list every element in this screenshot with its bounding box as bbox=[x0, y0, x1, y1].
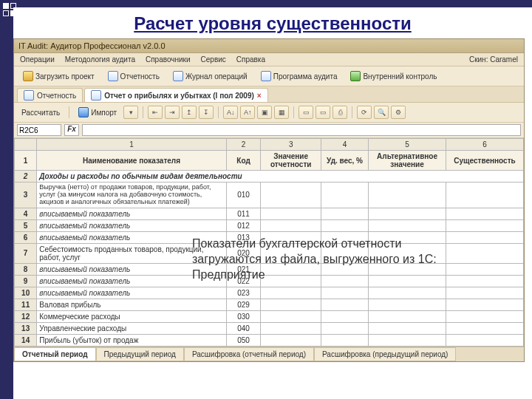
cell[interactable] bbox=[369, 322, 446, 334]
cell[interactable] bbox=[321, 299, 368, 310]
cell-name[interactable]: вписываемый показатель bbox=[37, 287, 226, 299]
cell[interactable] bbox=[446, 334, 524, 346]
view-btn-2[interactable]: ▭ bbox=[316, 106, 330, 119]
internal-control-button[interactable]: Внутренний контроль bbox=[346, 69, 441, 83]
header-code[interactable]: Код bbox=[226, 151, 261, 171]
row-header[interactable]: 1 bbox=[15, 151, 37, 171]
cell-name[interactable]: вписываемый показатель bbox=[37, 219, 226, 231]
menu-service[interactable]: Сервис bbox=[201, 55, 226, 64]
header-weight[interactable]: Уд. вес, % bbox=[321, 151, 368, 171]
row-header[interactable]: 2 bbox=[15, 171, 37, 183]
sheet-tab-detail-current[interactable]: Расшифровка (отчетный период) bbox=[184, 347, 314, 361]
sort-asc-button[interactable]: A↓ bbox=[223, 106, 238, 119]
cell[interactable] bbox=[369, 219, 446, 231]
cell[interactable] bbox=[261, 208, 321, 219]
menu-references[interactable]: Справочники bbox=[146, 55, 191, 64]
cell-name[interactable]: Выручка (нетто) от продажи товаров, прод… bbox=[37, 183, 226, 208]
cell-code[interactable]: 023 bbox=[226, 287, 261, 299]
tool-btn-1[interactable]: ▾ bbox=[123, 106, 138, 119]
close-icon[interactable]: × bbox=[257, 92, 262, 100]
header-name[interactable]: Наименование показателя bbox=[37, 151, 226, 171]
outdent-button[interactable]: ⇤ bbox=[148, 106, 163, 119]
sheet-tab-detail-previous[interactable]: Расшифровка (предыдущий период) bbox=[314, 347, 456, 361]
col-header-6[interactable]: 6 bbox=[446, 139, 524, 151]
skin-label[interactable]: Скин: Caramel bbox=[469, 55, 518, 64]
settings-button[interactable]: ⚙ bbox=[391, 106, 406, 119]
cell[interactable] bbox=[321, 183, 368, 208]
col-header-2[interactable]: 2 bbox=[226, 139, 261, 151]
fx-button[interactable]: Fx bbox=[64, 124, 79, 136]
move-down-button[interactable]: ↧ bbox=[199, 106, 214, 119]
menu-methodology[interactable]: Методология аудита bbox=[65, 55, 135, 64]
cell[interactable] bbox=[321, 334, 368, 346]
tab-profit-loss[interactable]: Отчет о прибылях и убытках (I пол 2009)× bbox=[84, 88, 267, 102]
row-header[interactable]: 8 bbox=[15, 263, 37, 275]
cell[interactable] bbox=[446, 208, 524, 219]
col-header-5[interactable]: 5 bbox=[369, 139, 446, 151]
reporting-button[interactable]: Отчетность bbox=[103, 69, 164, 83]
move-up-button[interactable]: ↥ bbox=[182, 106, 197, 119]
cell[interactable] bbox=[261, 299, 321, 310]
cell[interactable] bbox=[321, 310, 368, 322]
cell-code[interactable]: 010 bbox=[226, 183, 261, 208]
cell-name[interactable]: Коммерческие расходы bbox=[37, 310, 226, 322]
filter-button[interactable]: ▣ bbox=[257, 106, 272, 119]
cell-code[interactable]: 030 bbox=[226, 310, 261, 322]
row-header[interactable]: 9 bbox=[15, 275, 37, 287]
formula-input[interactable] bbox=[82, 124, 521, 136]
cell-name[interactable]: Управленческие расходы bbox=[37, 322, 226, 334]
journal-button[interactable]: Журнал операций bbox=[168, 69, 252, 83]
row-header[interactable]: 14 bbox=[15, 334, 37, 346]
cell[interactable] bbox=[446, 299, 524, 310]
row-header[interactable]: 13 bbox=[15, 322, 37, 334]
menu-help[interactable]: Справка bbox=[236, 55, 265, 64]
cell[interactable] bbox=[321, 208, 368, 219]
cell[interactable] bbox=[369, 310, 446, 322]
cell[interactable] bbox=[446, 219, 524, 231]
cell[interactable] bbox=[261, 310, 321, 322]
row-header[interactable]: 3 bbox=[15, 183, 37, 208]
cell[interactable] bbox=[369, 287, 446, 299]
zoom-button[interactable]: 🔍 bbox=[374, 106, 389, 119]
cell[interactable] bbox=[446, 287, 524, 299]
audit-program-button[interactable]: Программа аудита bbox=[256, 69, 342, 83]
menu-operations[interactable]: Операции bbox=[20, 55, 55, 64]
view-btn-1[interactable]: ▭ bbox=[299, 106, 313, 119]
grid-button[interactable]: ▦ bbox=[274, 106, 289, 119]
row-header[interactable]: 12 bbox=[15, 310, 37, 322]
cell[interactable] bbox=[446, 310, 524, 322]
cell[interactable] bbox=[369, 208, 446, 219]
indent-button[interactable]: ⇥ bbox=[165, 106, 180, 119]
cell-name[interactable]: Прибыль (убыток) от продаж bbox=[37, 334, 226, 346]
cell[interactable] bbox=[261, 287, 321, 299]
sort-desc-button[interactable]: A↑ bbox=[240, 106, 255, 119]
cell-code[interactable]: 012 bbox=[226, 219, 261, 231]
cell[interactable] bbox=[369, 334, 446, 346]
sheet-tab-previous[interactable]: Предыдущий период bbox=[96, 347, 184, 361]
row-header[interactable]: 6 bbox=[15, 231, 37, 243]
view-btn-3[interactable]: ⎙ bbox=[332, 106, 347, 119]
cell[interactable] bbox=[321, 287, 368, 299]
row-header[interactable]: 7 bbox=[15, 243, 37, 263]
cell-code[interactable]: 040 bbox=[226, 322, 261, 334]
import-button[interactable]: Импорт bbox=[74, 105, 121, 120]
cell[interactable] bbox=[261, 334, 321, 346]
section-cell[interactable]: Доходы и расходы по обычным видам деятел… bbox=[37, 171, 524, 183]
cell[interactable] bbox=[261, 183, 321, 208]
cell-code[interactable]: 011 bbox=[226, 208, 261, 219]
cell[interactable] bbox=[261, 219, 321, 231]
corner-cell[interactable] bbox=[15, 139, 37, 151]
cell-code[interactable]: 050 bbox=[226, 334, 261, 346]
cell[interactable] bbox=[321, 322, 368, 334]
row-header[interactable]: 11 bbox=[15, 299, 37, 310]
cell-code[interactable]: 029 bbox=[226, 299, 261, 310]
row-header[interactable]: 10 bbox=[15, 287, 37, 299]
calculate-button[interactable]: Рассчитать bbox=[17, 106, 64, 119]
cell[interactable] bbox=[369, 299, 446, 310]
cell-ref-input[interactable] bbox=[17, 124, 61, 136]
cell-name[interactable]: вписываемый показатель bbox=[37, 208, 226, 219]
cell[interactable] bbox=[446, 322, 524, 334]
row-header[interactable]: 4 bbox=[15, 208, 37, 219]
tab-reporting[interactable]: Отчетность bbox=[17, 88, 83, 102]
header-alt[interactable]: Альтернативное значение bbox=[369, 151, 446, 171]
